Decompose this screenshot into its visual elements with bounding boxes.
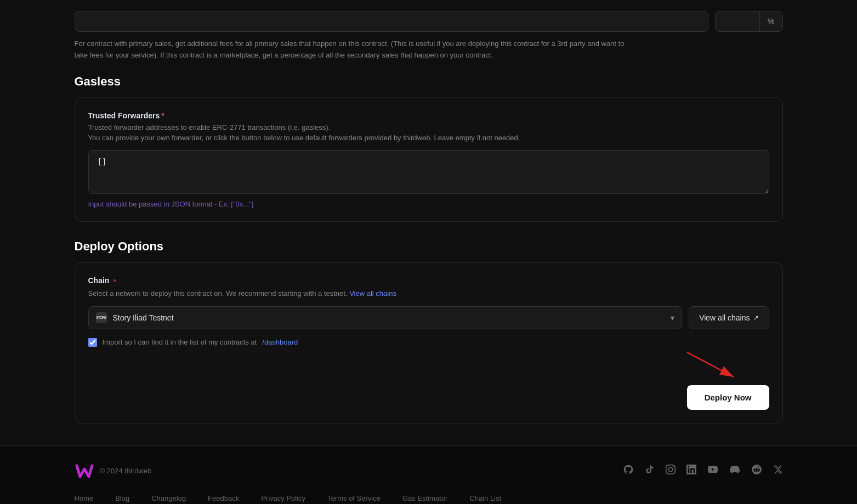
footer-link-home[interactable]: Home <box>75 494 94 502</box>
tiktok-icon[interactable] <box>645 465 655 477</box>
chain-dropdown[interactable]: Story Iliad Testnet <box>88 306 683 329</box>
external-link-icon: ↗ <box>753 314 759 322</box>
footer-links-row: Home Blog Changelog Feedback Privacy Pol… <box>75 494 783 502</box>
svg-line-0 <box>687 352 734 377</box>
percent-input[interactable]: 0.00 <box>716 12 759 31</box>
footer-brand: © 2024 thirdweb <box>75 463 152 479</box>
percent-symbol: % <box>759 12 782 31</box>
dashboard-link[interactable]: /dashboard <box>262 338 298 346</box>
linkedin-icon[interactable] <box>686 465 696 477</box>
footer-link-chain-list[interactable]: Chain List <box>469 494 501 502</box>
social-icons-row <box>623 464 783 478</box>
footer-link-terms[interactable]: Terms of Service <box>327 494 381 502</box>
reddit-icon[interactable] <box>751 465 762 477</box>
chain-description: Select a network to deploy this contract… <box>88 289 769 297</box>
view-chains-label: View all chains <box>699 313 750 322</box>
deploy-options-card: Chain * Select a network to deploy this … <box>75 262 783 423</box>
youtube-icon[interactable] <box>707 465 718 477</box>
thirdweb-logo <box>75 463 94 479</box>
github-icon[interactable] <box>623 464 634 478</box>
footer-link-privacy[interactable]: Privacy Policy <box>261 494 305 502</box>
import-checkbox[interactable] <box>88 338 97 347</box>
trusted-forwarders-textarea[interactable]: [] <box>88 150 769 194</box>
recipient-address-input[interactable]: 0x128Af35611266F9956b5F98B2554a6d909C5e2… <box>75 11 709 32</box>
chain-select-wrapper: STORY Story Iliad Testnet ▾ <box>88 306 683 329</box>
footer-link-blog[interactable]: Blog <box>115 494 129 502</box>
required-star: * <box>161 111 164 120</box>
deploy-now-button[interactable]: Deploy Now <box>687 385 769 410</box>
gasless-card: Trusted Forwarders* Trusted forwarder ad… <box>75 98 783 222</box>
instagram-icon[interactable] <box>666 465 676 477</box>
footer-link-gas-estimator[interactable]: Gas Estimator <box>402 494 447 502</box>
chain-required-star: * <box>113 277 116 286</box>
footer: © 2024 thirdweb <box>0 445 857 504</box>
chain-field-label: Chain <box>88 276 110 285</box>
import-label-text: Import so I can find it in the list of m… <box>103 338 257 346</box>
annotation-arrow <box>654 347 764 385</box>
trusted-forwarders-desc: Trusted forwarder addresses to enable ER… <box>88 122 769 144</box>
trusted-forwarders-label: Trusted Forwarders* <box>88 111 769 120</box>
gasless-heading: Gasless <box>75 75 783 89</box>
fee-description: For contract with primary sales, get add… <box>75 38 783 75</box>
footer-link-feedback[interactable]: Feedback <box>208 494 239 502</box>
footer-copyright: © 2024 thirdweb <box>100 467 152 475</box>
deploy-options-heading: Deploy Options <box>75 239 783 254</box>
chain-icon: STORY <box>96 312 107 323</box>
json-hint: Input should be passed in JSON format - … <box>88 200 769 208</box>
discord-icon[interactable] <box>729 465 740 477</box>
view-all-chains-button[interactable]: View all chains ↗ <box>689 306 769 329</box>
twitter-x-icon[interactable] <box>773 465 783 477</box>
footer-link-changelog[interactable]: Changelog <box>151 494 186 502</box>
view-all-chains-inline-link[interactable]: View all chains <box>349 289 396 297</box>
